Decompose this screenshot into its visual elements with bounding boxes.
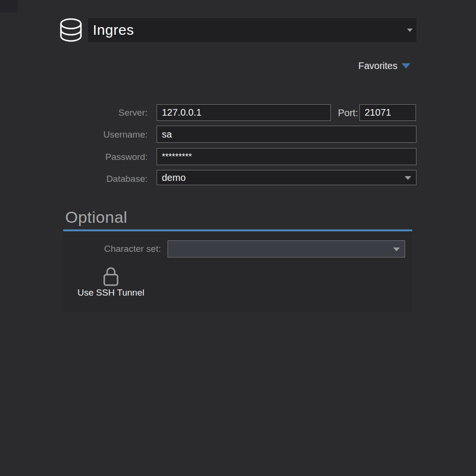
chevron-down-icon (402, 63, 410, 69)
database-select[interactable]: demo (157, 170, 416, 185)
username-input[interactable] (157, 126, 416, 143)
password-label: Password: (62, 152, 148, 162)
driver-select[interactable]: Ingres (88, 18, 416, 42)
database-select-value: demo (157, 172, 186, 183)
optional-section-title: Optional (65, 208, 128, 227)
port-label: Port: (338, 108, 358, 119)
connection-dialog: Ingres Favorites Server: Port: Username:… (0, 0, 476, 476)
corner-shadow (0, 0, 18, 12)
charset-select[interactable] (168, 240, 405, 258)
lock-icon (101, 267, 120, 287)
chevron-down-icon (407, 29, 413, 32)
favorites-dropdown[interactable]: Favorites (358, 60, 410, 71)
use-ssh-tunnel-button[interactable]: Use SSH Tunnel (74, 267, 148, 301)
server-input[interactable] (157, 104, 331, 121)
database-label: Database: (62, 174, 148, 184)
database-icon (59, 18, 83, 42)
chevron-down-icon (393, 248, 400, 251)
favorites-label: Favorites (358, 60, 397, 71)
use-ssh-tunnel-label: Use SSH Tunnel (78, 288, 144, 298)
driver-select-value: Ingres (88, 22, 134, 38)
password-input[interactable] (157, 148, 416, 165)
username-label: Username: (62, 129, 148, 140)
chevron-down-icon (405, 176, 411, 180)
charset-label: Character set: (75, 244, 161, 254)
port-input[interactable] (359, 104, 416, 121)
server-label: Server: (62, 108, 148, 118)
